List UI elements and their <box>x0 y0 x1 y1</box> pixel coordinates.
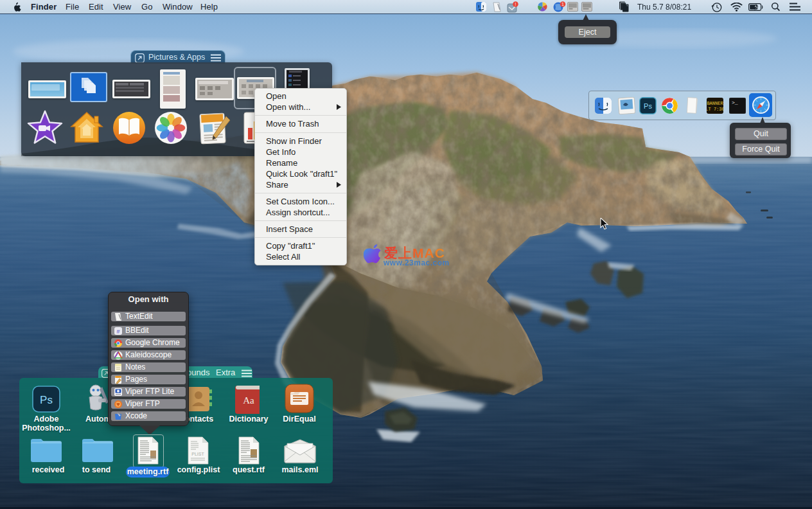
svg-text:Ps: Ps <box>644 102 652 110</box>
svg-text:#: # <box>116 328 119 335</box>
svg-text:>_: >_ <box>732 100 738 105</box>
svg-text:Aa: Aa <box>243 395 254 406</box>
svg-text:LT 7:30: LT 7:30 <box>707 107 723 112</box>
svg-text:1: 1 <box>561 2 564 6</box>
svg-text:BANNER: BANNER <box>707 101 723 106</box>
svg-text:PLIST: PLIST <box>191 452 204 456</box>
svg-text:Ps: Ps <box>40 394 53 406</box>
svg-text:!: ! <box>515 2 516 6</box>
